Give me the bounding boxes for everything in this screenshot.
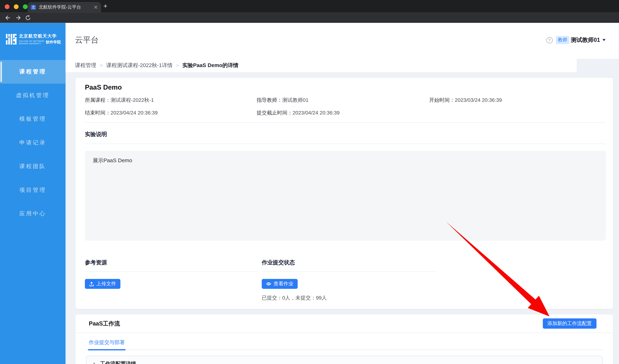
- submission-heading: 作业提交状态: [262, 259, 435, 266]
- divider: [85, 271, 257, 272]
- workflow-tabs: 作业提交与部署: [86, 333, 602, 350]
- breadcrumb-separator: >: [176, 63, 179, 68]
- site-favicon-icon: 北: [31, 5, 36, 10]
- web-page: 北京航空航天大学 COLLEGE OF SOFTWARE BEIHANG UNI…: [0, 23, 619, 364]
- resources-section: 参考资源 上传文件: [85, 259, 257, 301]
- meta-deadline: 提交截止时间：2023/04/24 20:36:39: [257, 109, 429, 116]
- college-en-line1: COLLEGE OF SOFTWARE: [19, 40, 44, 42]
- experiment-title: PaaS Demo: [85, 84, 606, 92]
- workflow-card: PaaS工作流 添加新的工作流配置 作业提交与部署 › 工作流配置详情: [75, 314, 613, 364]
- sidebar-item-app-center[interactable]: 应用中心: [0, 202, 66, 226]
- upload-icon: [89, 282, 94, 286]
- workflow-config-panel[interactable]: › 工作流配置详情: [86, 356, 602, 364]
- breadcrumb-separator: >: [100, 63, 103, 68]
- app-header: 云平台 ? 教师 测试教师01: [66, 23, 619, 59]
- sidebar-item-application-records[interactable]: 申请记录: [0, 131, 66, 155]
- meta-start-time: 开始时间：2023/03/24 20:36:39: [429, 97, 606, 104]
- breadcrumb-band: 课程管理 > 课程测试课程-2022秋-1详情 > 实验PaaS Demo的详情: [66, 59, 577, 72]
- divider: [85, 144, 606, 144]
- chevron-right-icon: ›: [93, 360, 95, 364]
- role-badge: 教师: [556, 36, 569, 44]
- reload-icon[interactable]: [25, 15, 31, 21]
- back-icon[interactable]: [5, 15, 10, 20]
- user-menu[interactable]: ? 教师 测试教师01: [546, 36, 605, 44]
- workflow-heading: PaaS工作流: [89, 320, 120, 327]
- chevron-down-icon: [602, 39, 605, 41]
- submission-stats: 已提交：0人，未提交：99人: [262, 294, 435, 301]
- breadcrumb-course-detail[interactable]: 课程测试课程-2022秋-1详情: [106, 62, 173, 69]
- sidebar: 北京航空航天大学 COLLEGE OF SOFTWARE BEIHANG UNI…: [0, 23, 66, 364]
- sidebar-menu: 课程管理 虚拟机管理 模板管理 申请记录 课程团队 项目管理 应用中心: [0, 60, 66, 226]
- divider: [85, 122, 606, 123]
- minimize-window-button[interactable]: [14, 4, 18, 9]
- sidebar-item-template-management[interactable]: 模板管理: [0, 108, 66, 131]
- forward-icon[interactable]: [16, 15, 21, 20]
- logo: 北京航空航天大学 COLLEGE OF SOFTWARE BEIHANG UNI…: [0, 23, 66, 45]
- description-heading: 实验说明: [85, 131, 606, 138]
- browser-tab-strip: 北 北航软件学院-云平台 ✕ +: [0, 0, 619, 13]
- window-controls: [5, 4, 28, 9]
- page-title: 云平台: [75, 35, 99, 45]
- workflow-config-title: 工作流配置详情: [100, 360, 136, 364]
- sidebar-item-course-team[interactable]: 课程团队: [0, 155, 66, 178]
- screen: 北 北航软件学院-云平台 ✕ + https://scs.buaa.edu.cn…: [0, 0, 619, 364]
- breadcrumb-course-management[interactable]: 课程管理: [75, 62, 96, 69]
- experiment-meta: 所属课程：测试课程-2022秋-1 指导教师：测试教师01 开始时间：2023/…: [85, 97, 606, 116]
- tab-title: 北航软件学院-云平台: [39, 4, 91, 10]
- college-name: 软件学院: [46, 40, 61, 45]
- sidebar-item-course-management[interactable]: 课程管理: [0, 60, 66, 84]
- view-homework-button[interactable]: 查看作业: [262, 279, 298, 289]
- resources-heading: 参考资源: [85, 259, 257, 266]
- college-en-line2: BEIHANG UNIVERSITY: [19, 42, 44, 45]
- breadcrumb-current: 实验PaaS Demo的详情: [183, 62, 238, 69]
- experiment-detail-card: PaaS Demo 所属课程：测试课程-2022秋-1 指导教师：测试教师01 …: [75, 78, 613, 309]
- breadcrumb: 课程管理 > 课程测试课程-2022秋-1详情 > 实验PaaS Demo的详情: [75, 62, 238, 69]
- browser-toolbar: https://scs.buaa.edu.cn/#/teacher/expDet…: [0, 13, 619, 23]
- new-tab-button[interactable]: +: [103, 2, 107, 10]
- divider: [262, 271, 435, 272]
- buaa-logo-icon: [6, 34, 17, 44]
- experiment-description: 展示PaaS Demo: [85, 151, 606, 241]
- browser-tab[interactable]: 北 北航软件学院-云平台 ✕: [28, 2, 101, 13]
- maximize-window-button[interactable]: [23, 4, 28, 9]
- main-area: 云平台 ? 教师 测试教师01 课程管理 > 课程测试课程-2022秋-1详情 …: [66, 23, 619, 364]
- eye-icon: [266, 282, 271, 286]
- tab-submission-deploy[interactable]: 作业提交与部署: [89, 339, 125, 350]
- close-window-button[interactable]: [5, 4, 9, 9]
- tab-close-icon[interactable]: ✕: [94, 4, 98, 10]
- university-name: 北京航空航天大学: [19, 33, 61, 39]
- submission-section: 作业提交状态 查看作业 已提交：0人，未提交：99人: [262, 259, 435, 301]
- add-workflow-config-button[interactable]: 添加新的工作流配置: [543, 318, 597, 329]
- meta-course: 所属课程：测试课程-2022秋-1: [85, 97, 257, 104]
- meta-end-time: 结束时间：2023/04/24 20:36:39: [85, 109, 257, 116]
- help-icon[interactable]: ?: [546, 37, 553, 43]
- sidebar-item-vm-management[interactable]: 虚拟机管理: [0, 84, 66, 108]
- sidebar-item-project-management[interactable]: 项目管理: [0, 178, 66, 202]
- meta-teacher: 指导教师：测试教师01: [257, 97, 429, 104]
- upload-file-button[interactable]: 上传文件: [85, 279, 120, 289]
- username: 测试教师01: [571, 36, 600, 44]
